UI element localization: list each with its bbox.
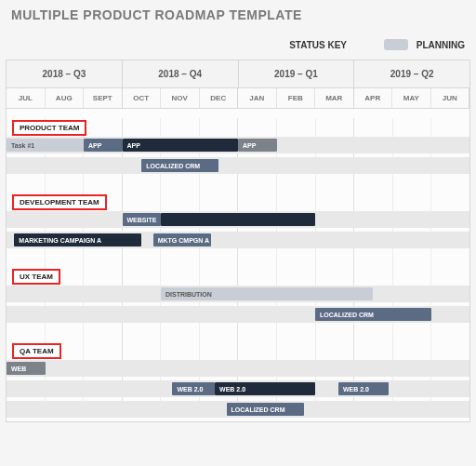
roadmap-grid: 2018 – Q3 2018 – Q4 2019 – Q1 2019 – Q2 … — [6, 60, 470, 422]
lane-row: Task #1APPAPPAPP — [7, 137, 469, 153]
task-bar[interactable] — [161, 213, 315, 226]
status-key-row: STATUS KEY PLANNING — [6, 39, 470, 50]
month-cell: APR — [354, 88, 393, 109]
lane-row: DISTRIBUTION — [7, 286, 469, 302]
month-cell: JAN — [238, 88, 277, 109]
team-label: DEVELOPMENT TEAM — [12, 194, 107, 210]
page-title: MULTIPLE PRODUCT ROADMAP TEMPLATE — [11, 7, 470, 22]
task-bar[interactable]: LOCALIZED CRM — [141, 159, 218, 172]
month-cell: MAY — [392, 88, 431, 109]
task-bar[interactable]: WEB 2.0 — [172, 382, 215, 395]
task-bar[interactable]: WEB 2.0 — [215, 382, 315, 395]
task-bar[interactable]: WEB 2.0 — [338, 382, 389, 395]
month-cell: JUL — [7, 88, 46, 109]
quarter-header-row: 2018 – Q3 2018 – Q4 2019 – Q1 2019 – Q2 — [7, 60, 469, 88]
quarter-cell: 2018 – Q3 — [7, 60, 123, 88]
lane-row: WEBSITE — [7, 211, 469, 228]
status-key-label: STATUS KEY — [289, 40, 347, 50]
planning-label: PLANNING — [416, 40, 465, 50]
task-bar[interactable]: APP — [123, 139, 239, 152]
task-bar[interactable]: LOCALIZED CRM — [227, 403, 304, 416]
planning-swatch — [384, 39, 408, 50]
team-label: QA TEAM — [12, 343, 61, 359]
quarter-cell: 2019 – Q2 — [354, 60, 469, 88]
task-bar[interactable]: MARKETING CAMPAIGN A — [14, 233, 141, 246]
month-cell: DEC — [200, 88, 239, 109]
roadmap-body: PRODUCT TEAM Task #1APPAPPAPP LOCALIZED … — [7, 118, 469, 418]
task-bar[interactable]: APP — [84, 139, 123, 152]
lane-row: LOCALIZED CRM — [7, 401, 469, 418]
team-header-ux: UX TEAM — [7, 267, 469, 286]
team-header-development: DEVELOPMENT TEAM — [7, 193, 469, 211]
month-cell: NOV — [161, 88, 200, 109]
team-label: UX TEAM — [12, 269, 60, 285]
status-key-planning: PLANNING — [384, 39, 465, 50]
month-cell: AUG — [46, 88, 85, 109]
team-label: PRODUCT TEAM — [12, 120, 86, 136]
lane-row: WEB — [7, 360, 469, 377]
month-cell: JUN — [431, 88, 470, 109]
lane-row: WEB 2.0WEB 2.0WEB 2.0 — [7, 380, 469, 397]
team-header-product: PRODUCT TEAM — [7, 118, 469, 137]
task-bar[interactable]: APP — [238, 139, 277, 152]
lane-row: LOCALIZED CRM — [7, 306, 469, 323]
month-cell: OCT — [123, 88, 162, 109]
lane-row: LOCALIZED CRM — [7, 157, 469, 174]
task-bar[interactable]: DISTRIBUTION — [161, 287, 373, 300]
task-bar[interactable]: WEB — [7, 362, 46, 375]
task-bar[interactable]: LOCALIZED CRM — [315, 308, 431, 321]
month-cell: FEB — [277, 88, 316, 109]
quarter-cell: 2018 – Q4 — [123, 60, 239, 88]
month-cell: MAR — [315, 88, 354, 109]
task-bar[interactable]: WEBSITE — [123, 213, 162, 226]
month-header-row: JUL AUG SEPT OCT NOV DEC JAN FEB MAR APR… — [7, 88, 469, 109]
task-bar[interactable]: MKTG CMPGN A — [153, 233, 211, 246]
lane-row: MARKETING CAMPAIGN AMKTG CMPGN A — [7, 232, 469, 248]
quarter-cell: 2019 – Q1 — [239, 60, 355, 88]
task-bar[interactable]: Task #1 — [7, 139, 84, 152]
team-header-qa: QA TEAM — [7, 341, 469, 360]
month-cell: SEPT — [84, 88, 123, 109]
